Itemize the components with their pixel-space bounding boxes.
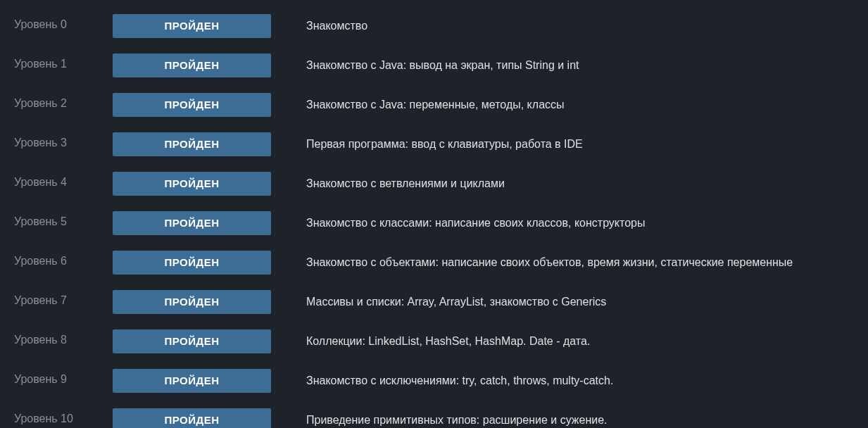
status-button-level-10[interactable]: ПРОЙДЕН (113, 408, 271, 428)
level-label: Уровень 3 (14, 132, 113, 149)
status-button-level-5[interactable]: ПРОЙДЕН (113, 211, 271, 235)
status-button-level-2[interactable]: ПРОЙДЕН (113, 93, 271, 117)
level-label: Уровень 1 (14, 54, 113, 70)
level-description: Знакомство (306, 14, 854, 34)
level-row: Уровень 8 ПРОЙДЕН Коллекции: LinkedList,… (14, 329, 854, 353)
level-row: Уровень 6 ПРОЙДЕН Знакомство с объектами… (14, 251, 854, 275)
level-row: Уровень 10 ПРОЙДЕН Приведение примитивны… (14, 408, 854, 428)
status-button-level-8[interactable]: ПРОЙДЕН (113, 329, 271, 353)
status-button-level-4[interactable]: ПРОЙДЕН (113, 172, 271, 196)
level-label: Уровень 8 (14, 329, 113, 346)
level-description: Знакомство с ветвлениями и циклами (306, 172, 854, 192)
status-button-level-9[interactable]: ПРОЙДЕН (113, 369, 271, 393)
level-description: Первая программа: ввод с клавиатуры, раб… (306, 132, 854, 153)
level-description: Коллекции: LinkedList, HashSet, HashMap.… (306, 329, 854, 350)
level-label: Уровень 0 (14, 14, 113, 31)
level-row: Уровень 1 ПРОЙДЕН Знакомство с Java: выв… (14, 54, 854, 77)
level-row: Уровень 2 ПРОЙДЕН Знакомство с Java: пер… (14, 93, 854, 117)
level-description: Приведение примитивных типов: расширение… (306, 408, 854, 428)
levels-list: Уровень 0 ПРОЙДЕН Знакомство Уровень 1 П… (14, 14, 854, 428)
level-description: Знакомство с исключениями: try, catch, t… (306, 369, 854, 389)
level-description: Знакомство с Java: вывод на экран, типы … (306, 54, 854, 74)
level-row: Уровень 3 ПРОЙДЕН Первая программа: ввод… (14, 132, 854, 156)
level-label: Уровень 7 (14, 290, 113, 307)
level-label: Уровень 10 (14, 408, 113, 425)
level-description: Массивы и списки: Array, ArrayList, знак… (306, 290, 854, 310)
level-description: Знакомство с объектами: написание своих … (306, 251, 854, 271)
level-row: Уровень 4 ПРОЙДЕН Знакомство с ветвления… (14, 172, 854, 196)
level-row: Уровень 7 ПРОЙДЕН Массивы и списки: Arra… (14, 290, 854, 314)
status-button-level-1[interactable]: ПРОЙДЕН (113, 54, 271, 77)
level-row: Уровень 9 ПРОЙДЕН Знакомство с исключени… (14, 369, 854, 393)
level-label: Уровень 5 (14, 211, 113, 228)
level-label: Уровень 6 (14, 251, 113, 268)
level-row: Уровень 5 ПРОЙДЕН Знакомство с классами:… (14, 211, 854, 235)
status-button-level-6[interactable]: ПРОЙДЕН (113, 251, 271, 275)
status-button-level-7[interactable]: ПРОЙДЕН (113, 290, 271, 314)
level-label: Уровень 4 (14, 172, 113, 189)
level-description: Знакомство с Java: переменные, методы, к… (306, 93, 854, 113)
level-label: Уровень 9 (14, 369, 113, 386)
level-label: Уровень 2 (14, 93, 113, 110)
status-button-level-0[interactable]: ПРОЙДЕН (113, 14, 271, 38)
level-row: Уровень 0 ПРОЙДЕН Знакомство (14, 14, 854, 38)
status-button-level-3[interactable]: ПРОЙДЕН (113, 132, 271, 156)
level-description: Знакомство с классами: написание своих к… (306, 211, 854, 232)
